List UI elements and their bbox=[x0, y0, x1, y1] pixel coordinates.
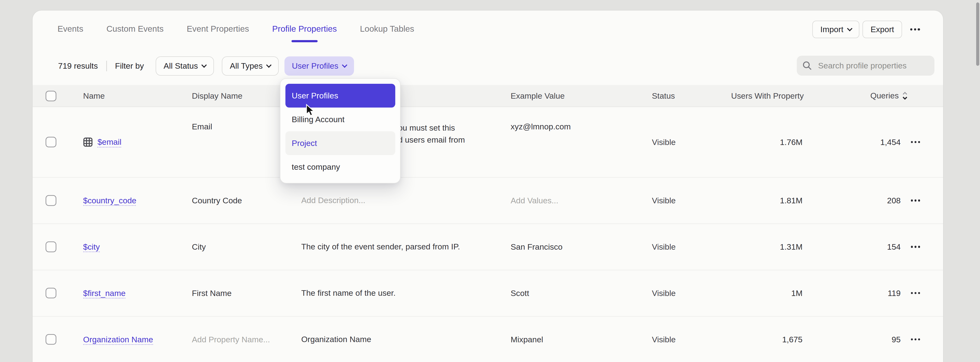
tab-bar: Events Custom Events Event Properties Pr… bbox=[57, 11, 414, 47]
users-with-property-cell: 1.31M bbox=[780, 242, 802, 252]
import-label: Import bbox=[820, 25, 843, 34]
chevron-down-icon bbox=[847, 26, 852, 31]
search-input[interactable] bbox=[817, 61, 929, 71]
property-name-link[interactable]: $email bbox=[97, 137, 121, 147]
mouse-cursor bbox=[305, 104, 315, 117]
users-with-property-cell: 1.81M bbox=[780, 196, 802, 205]
status-cell[interactable]: Visible bbox=[652, 242, 676, 252]
property-name-cell: Organization Name bbox=[83, 335, 153, 344]
status-filter-label: All Status bbox=[164, 61, 198, 70]
export-button[interactable]: Export bbox=[862, 21, 902, 38]
tab-event-properties[interactable]: Event Properties bbox=[186, 24, 249, 33]
description-cell[interactable]: The first name of the user. bbox=[301, 287, 396, 299]
property-name-cell: $city bbox=[83, 242, 100, 252]
description-cell[interactable]: Organization Name bbox=[301, 333, 371, 345]
example-value-cell[interactable]: Scott bbox=[511, 289, 529, 298]
table-row: $country_code Country Code Add Descripti… bbox=[33, 178, 943, 224]
row-checkbox[interactable] bbox=[46, 288, 56, 298]
lexicon-panel: Events Custom Events Event Properties Pr… bbox=[33, 11, 943, 362]
description-line: d users email from bbox=[398, 134, 465, 146]
entity-type-dropdown: User Profiles Billing Account Project te… bbox=[280, 78, 401, 183]
dropdown-item-project[interactable]: Project bbox=[285, 131, 395, 155]
dropdown-item-billing-account[interactable]: Billing Account bbox=[285, 108, 395, 131]
table-row: Organization Name Add Property Name... O… bbox=[33, 317, 943, 362]
table-header: Name Display Name Example Value Status U… bbox=[33, 85, 943, 107]
description-cell[interactable]: ou must set this d users email from bbox=[398, 122, 465, 146]
property-name-cell: $country_code bbox=[83, 196, 137, 205]
row-actions-button[interactable] bbox=[911, 292, 920, 294]
dropdown-item-user-profiles[interactable]: User Profiles bbox=[285, 84, 395, 108]
chevron-down-icon bbox=[202, 62, 207, 68]
table-grid-icon bbox=[83, 137, 92, 147]
users-with-property-cell: 1,675 bbox=[782, 335, 802, 344]
column-header-example-value[interactable]: Example Value bbox=[511, 91, 565, 100]
display-name-cell[interactable]: Add Property Name... bbox=[192, 335, 270, 344]
queries-header-label: Queries bbox=[870, 91, 899, 100]
property-name-link[interactable]: $country_code bbox=[83, 196, 137, 205]
entity-filter-button[interactable]: User Profiles bbox=[285, 56, 354, 76]
tab-custom-events[interactable]: Custom Events bbox=[107, 24, 164, 33]
results-count[interactable]: 719 results bbox=[58, 61, 98, 70]
description-line: ou must set this bbox=[398, 122, 465, 134]
status-cell[interactable]: Visible bbox=[652, 137, 676, 147]
tab-profile-properties[interactable]: Profile Properties bbox=[272, 24, 337, 33]
column-header-queries[interactable]: Queries bbox=[870, 91, 908, 100]
example-value-cell[interactable]: Add Values... bbox=[511, 196, 558, 205]
display-name-cell[interactable]: City bbox=[192, 242, 206, 252]
description-cell[interactable]: The city of the event sender, parsed fro… bbox=[301, 241, 460, 253]
type-filter-label: All Types bbox=[230, 61, 262, 70]
property-name-link[interactable]: Organization Name bbox=[83, 335, 153, 344]
users-with-property-cell: 1M bbox=[791, 289, 802, 298]
type-filter-button[interactable]: All Types bbox=[222, 56, 279, 76]
property-name-link[interactable]: $first_name bbox=[83, 289, 126, 298]
row-checkbox[interactable] bbox=[46, 195, 56, 206]
chevron-down-icon bbox=[342, 62, 347, 68]
description-cell[interactable]: Add Description... bbox=[301, 195, 365, 207]
status-filter-button[interactable]: All Status bbox=[156, 56, 214, 76]
table-row: $city City The city of the event sender,… bbox=[33, 224, 943, 270]
filter-by-label: Filter by bbox=[115, 61, 144, 70]
divider bbox=[106, 61, 107, 71]
column-header-name[interactable]: Name bbox=[83, 91, 105, 100]
column-header-status[interactable]: Status bbox=[652, 91, 675, 100]
row-checkbox[interactable] bbox=[46, 137, 56, 147]
queries-cell: 208 bbox=[887, 196, 901, 205]
search-icon bbox=[802, 61, 812, 70]
dropdown-item-test-company[interactable]: test company bbox=[285, 155, 395, 179]
more-options-button[interactable] bbox=[910, 28, 920, 30]
example-value-cell[interactable]: xyz@lmnop.com bbox=[511, 122, 571, 131]
status-cell[interactable]: Visible bbox=[652, 289, 676, 298]
property-name-link[interactable]: $city bbox=[83, 242, 100, 252]
queries-cell: 154 bbox=[887, 242, 901, 252]
import-button[interactable]: Import bbox=[812, 21, 859, 38]
app-viewport: Events Custom Events Event Properties Pr… bbox=[0, 0, 980, 362]
entity-filter-label: User Profiles bbox=[292, 61, 339, 70]
select-all-checkbox[interactable] bbox=[46, 91, 56, 101]
row-actions-button[interactable] bbox=[911, 246, 920, 248]
display-name-cell[interactable]: Email bbox=[192, 122, 212, 131]
queries-cell: 119 bbox=[888, 289, 900, 298]
display-name-cell[interactable]: First Name bbox=[192, 289, 232, 298]
status-cell[interactable]: Visible bbox=[652, 335, 676, 344]
tab-events[interactable]: Events bbox=[57, 24, 83, 33]
row-checkbox[interactable] bbox=[46, 334, 56, 345]
column-header-display-name[interactable]: Display Name bbox=[192, 91, 242, 100]
queries-cell: 1,454 bbox=[880, 137, 900, 147]
example-value-cell[interactable]: San Francisco bbox=[511, 242, 562, 252]
row-actions-button[interactable] bbox=[911, 141, 920, 143]
row-actions-button[interactable] bbox=[911, 199, 920, 201]
row-checkbox[interactable] bbox=[46, 241, 56, 252]
search-box bbox=[797, 56, 934, 76]
chevron-down-icon bbox=[266, 62, 272, 68]
row-actions-button[interactable] bbox=[911, 338, 920, 340]
property-name-cell: $email bbox=[83, 137, 122, 147]
users-with-property-cell: 1.76M bbox=[780, 137, 802, 147]
tab-lookup-tables[interactable]: Lookup Tables bbox=[360, 24, 414, 33]
example-value-cell[interactable]: Mixpanel bbox=[511, 335, 543, 344]
toolbar-actions: Import Export bbox=[812, 21, 920, 38]
display-name-cell[interactable]: Country Code bbox=[192, 196, 242, 205]
sort-descending-icon bbox=[902, 91, 908, 100]
scrollbar-thumb[interactable] bbox=[976, 2, 979, 65]
column-header-users-with-property[interactable]: Users With Property bbox=[731, 91, 804, 100]
status-cell[interactable]: Visible bbox=[652, 196, 676, 205]
